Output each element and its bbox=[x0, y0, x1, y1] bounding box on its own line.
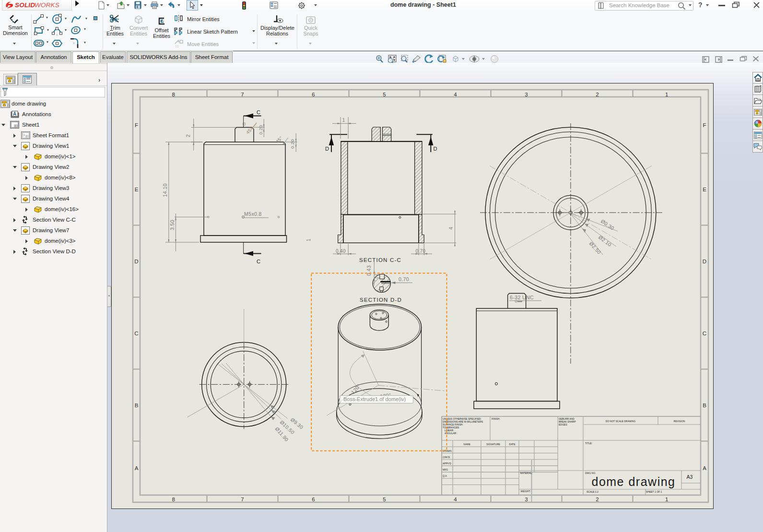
svg-text:F: F bbox=[703, 122, 706, 128]
svg-text:dome drawing: dome drawing bbox=[591, 475, 675, 488]
svg-text:E: E bbox=[703, 187, 706, 192]
svg-text:7: 7 bbox=[241, 92, 244, 97]
svg-text:EDGES: EDGES bbox=[559, 423, 567, 426]
svg-text:0.40: 0.40 bbox=[336, 248, 346, 254]
svg-text:TITLE:: TITLE: bbox=[585, 442, 592, 445]
svg-text:WEIGHT:: WEIGHT: bbox=[521, 490, 531, 493]
svg-text:SECTION D-D: SECTION D-D bbox=[360, 297, 402, 303]
svg-text:3.50: 3.50 bbox=[169, 220, 175, 230]
svg-text:C: C bbox=[257, 259, 260, 264]
svg-text:6-32 UNC: 6-32 UNC bbox=[510, 295, 534, 300]
svg-text:MFG: MFG bbox=[443, 468, 448, 471]
svg-text:DO NOT SCALE DRAWING: DO NOT SCALE DRAWING bbox=[606, 420, 636, 423]
svg-text:D: D bbox=[703, 259, 706, 264]
svg-text:D: D bbox=[134, 259, 138, 264]
svg-text:SECTION C-C: SECTION C-C bbox=[359, 257, 401, 263]
svg-text:1: 1 bbox=[305, 238, 311, 241]
svg-text:5: 5 bbox=[383, 92, 386, 97]
svg-text:MATERIAL:: MATERIAL: bbox=[520, 472, 533, 474]
svg-text:APPV'D: APPV'D bbox=[443, 462, 451, 465]
svg-text:4: 4 bbox=[454, 92, 457, 97]
svg-text:A: A bbox=[135, 465, 139, 471]
svg-text:2: 2 bbox=[185, 134, 191, 137]
svg-text:0.43: 0.43 bbox=[366, 265, 372, 276]
svg-text:F: F bbox=[135, 122, 138, 128]
svg-text:C: C bbox=[257, 109, 260, 115]
svg-text:14.10: 14.10 bbox=[162, 183, 168, 197]
svg-text:SIGNATURE: SIGNATURE bbox=[486, 443, 500, 446]
svg-text:1: 1 bbox=[665, 92, 668, 97]
svg-text:C: C bbox=[134, 331, 138, 336]
svg-text:1: 1 bbox=[342, 117, 345, 123]
svg-text:8: 8 bbox=[172, 497, 175, 502]
svg-text:3: 3 bbox=[525, 497, 528, 502]
svg-text:3: 3 bbox=[525, 92, 528, 97]
svg-text:4: 4 bbox=[454, 497, 457, 502]
svg-text:SOLID: SOLID bbox=[15, 1, 35, 9]
svg-text:6: 6 bbox=[312, 497, 315, 502]
svg-text:A3: A3 bbox=[687, 474, 693, 480]
svg-text:DWG NO.: DWG NO. bbox=[585, 472, 596, 474]
svg-text:M5x0.8: M5x0.8 bbox=[244, 211, 262, 217]
svg-text:SCALE:1:2: SCALE:1:2 bbox=[587, 490, 599, 493]
svg-text:FINISH:: FINISH: bbox=[492, 417, 500, 420]
svg-text:E: E bbox=[135, 187, 139, 192]
svg-text:WORKS: WORKS bbox=[35, 1, 59, 9]
svg-text:0.70: 0.70 bbox=[415, 248, 425, 254]
svg-text:2: 2 bbox=[596, 92, 599, 97]
svg-text:D: D bbox=[325, 146, 329, 152]
svg-text:A: A bbox=[703, 465, 706, 471]
svg-text:5: 5 bbox=[383, 497, 386, 502]
svg-text:B: B bbox=[703, 402, 706, 408]
svg-text:Ø0.30: Ø0.30 bbox=[600, 218, 615, 231]
svg-text:0.20: 0.20 bbox=[258, 125, 263, 134]
svg-text:0.70: 0.70 bbox=[399, 276, 409, 282]
svg-text:8: 8 bbox=[172, 92, 175, 97]
svg-text:1: 1 bbox=[665, 497, 668, 502]
svg-text:4: 4 bbox=[448, 226, 454, 229]
svg-text:SHEET 1 OF 1: SHEET 1 OF 1 bbox=[646, 490, 662, 493]
svg-text:7: 7 bbox=[241, 497, 244, 502]
svg-text:0.20: 0.20 bbox=[290, 139, 295, 149]
svg-text:D: D bbox=[434, 146, 437, 152]
svg-text:Q.A: Q.A bbox=[443, 474, 447, 477]
svg-text:6: 6 bbox=[312, 92, 315, 97]
svg-text:DATE: DATE bbox=[509, 443, 516, 446]
svg-text:B: B bbox=[135, 402, 139, 408]
svg-text:2: 2 bbox=[596, 497, 599, 502]
svg-text:C: C bbox=[703, 331, 706, 336]
svg-text:NAME: NAME bbox=[463, 443, 470, 446]
svg-text:REVISION: REVISION bbox=[674, 420, 685, 423]
svg-text:45°: 45° bbox=[275, 135, 284, 144]
svg-text:CHK'D: CHK'D bbox=[443, 456, 450, 459]
svg-text:Ø2.50: Ø2.50 bbox=[588, 240, 602, 255]
svg-text:Ø2.10: Ø2.10 bbox=[598, 234, 613, 248]
